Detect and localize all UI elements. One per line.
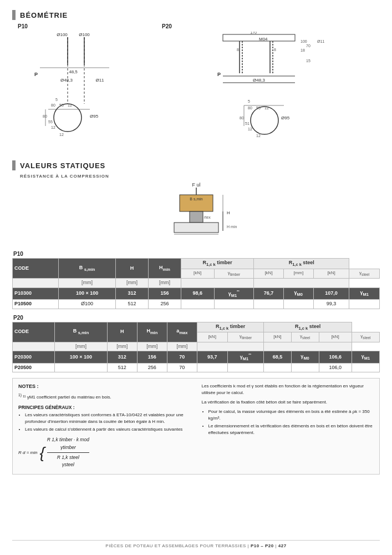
formula-brace: { <box>39 445 44 461</box>
notes-title: NOTES : <box>18 383 191 391</box>
td-ysteel0-p20500 <box>291 363 319 372</box>
p10-diagram-label: P10 <box>18 23 140 29</box>
td-code-p10500: P10500 <box>13 300 59 309</box>
th-ytimber: γtimber <box>214 269 254 278</box>
svg-text:5: 5 <box>55 98 58 102</box>
table-p10: CODE B s,min H Hmin R1,c k timber R1,c k… <box>12 258 380 309</box>
svg-text:Ø48,3: Ø48,3 <box>253 78 265 83</box>
p20-diagram: P20 170 100 70 18 M04 <box>162 23 334 155</box>
svg-text:80: 80 <box>51 103 55 107</box>
svg-text:12: 12 <box>59 133 64 137</box>
td-ytimber-p20300: γM1²¹ <box>227 351 264 364</box>
static-bar <box>12 160 16 170</box>
td-hmin-p20300: 156 <box>137 351 167 364</box>
td-bsmin-p20500 <box>55 363 108 372</box>
force-diagram: F ul B s,min H H min rtex <box>12 181 380 248</box>
svg-text:55: 55 <box>256 106 261 110</box>
th-p20-unit-s <box>264 342 352 351</box>
page: BÉOMÉTRIE P10 Ø100 Ø100 48,5 <box>0 0 392 555</box>
td-ysteel0-p20300: γM0 <box>291 351 319 364</box>
th-p20-unit-kn-timber: [kN] <box>197 332 227 342</box>
svg-text:H min: H min <box>227 225 237 229</box>
th-p20-ytimber: γtimber <box>227 332 264 342</box>
th-h: H <box>116 259 149 279</box>
svg-text:F ul: F ul <box>192 182 200 188</box>
svg-text:15: 15 <box>306 59 310 63</box>
table-row: P10500 Ø100 512 256 99,3 <box>13 300 380 309</box>
svg-text:8: 8 <box>274 48 276 52</box>
td-ytimber-p10500 <box>214 300 254 309</box>
th-unit-kn-steel2: [kN] <box>254 269 284 278</box>
notes-section: NOTES : 1) ¹¹ γM1 coefficient partiel du… <box>12 378 380 474</box>
td-r1ck-timber-p20500 <box>197 363 227 372</box>
geometry-diagrams: P10 Ø100 Ø100 48,5 Ø48,3 Ø11 <box>12 23 380 155</box>
static-subtitle: RÉSISTANCE À LA COMPRESSION <box>20 174 380 179</box>
svg-text:12: 12 <box>264 106 269 110</box>
svg-text:8: 8 <box>237 48 239 52</box>
td-r1ck-steel2-p20500 <box>264 363 291 372</box>
th-p20-amax: amax <box>167 322 197 342</box>
table-p20-label: P20 <box>13 315 380 321</box>
th-code: CODE <box>13 259 59 279</box>
svg-text:170: 170 <box>250 32 257 34</box>
svg-text:12: 12 <box>248 127 252 131</box>
td-hmin-p10500: 256 <box>149 300 181 309</box>
svg-text:80: 80 <box>240 116 244 120</box>
td-r1ck-steel-2-p10300: 76,7 <box>254 287 284 300</box>
td-r1ck-steel-kn-p10500: 99,3 <box>313 300 349 309</box>
td-r1ck-timber-p20300: 93,7 <box>197 351 227 364</box>
th-p20-h: H <box>107 322 137 342</box>
svg-text:12: 12 <box>68 103 72 107</box>
svg-point-11 <box>54 104 82 132</box>
th-p20-hmin: Hmin <box>137 322 167 342</box>
notes-cols: NOTES : 1) ¹¹ γM1 coefficient partiel du… <box>18 383 374 469</box>
td-ysteel-p10500 <box>349 300 380 309</box>
svg-text:P: P <box>217 72 221 77</box>
th-p20-r1ck-timber: R1,c k timber <box>197 322 263 332</box>
notes-right: Les coefficients k mod et γ sont établis… <box>202 383 374 469</box>
td-ytimber-p10300: γM1²¹ <box>214 287 254 300</box>
th-unit-bsmin: [mm] <box>58 278 115 287</box>
svg-text:55: 55 <box>48 120 53 124</box>
th-unit-hmin: [mm] <box>149 278 181 287</box>
th-p20-unit-code <box>13 342 55 351</box>
svg-rect-57 <box>190 211 203 223</box>
svg-text:80: 80 <box>43 114 47 118</box>
td-hmin-p20500: 256 <box>137 363 167 372</box>
td-ysteel0-p10500 <box>283 300 313 309</box>
svg-text:70: 70 <box>306 44 310 48</box>
th-p20-unit-kn-steel2: [kN] <box>319 332 352 342</box>
svg-text:12: 12 <box>51 125 55 129</box>
svg-text:48,5: 48,5 <box>69 69 78 74</box>
svg-text:Ø100: Ø100 <box>79 32 90 37</box>
notes-right-list: Pour le calcul, la masse volumique des é… <box>202 408 374 436</box>
table-row: P20300 100 × 100 312 156 70 93,7 γM1²¹ 6… <box>13 351 380 364</box>
formula-rd-label: R d = min <box>18 450 37 456</box>
th-ysteel: γsteel <box>349 269 380 278</box>
svg-text:Ø100: Ø100 <box>57 32 68 37</box>
td-r1ck-steel2-p20300: 68,5 <box>264 351 291 364</box>
td-r1ck-steel-2-p10500 <box>254 300 284 309</box>
notes-left: NOTES : 1) ¹¹ γM1 coefficient partiel du… <box>18 383 191 469</box>
svg-text:Ø11: Ø11 <box>317 39 324 43</box>
td-ytimber-p20500 <box>227 363 264 372</box>
table-row: P10300 100 × 100 312 156 98,6 γM1²¹ 76,7… <box>13 287 380 300</box>
force-svg: F ul B s,min H H min rtex <box>141 181 252 248</box>
footer-text: PIÈCES DE POTEAU ET ASSEMBLAGES POUR TER… <box>105 543 246 548</box>
principles-title: PRINCIPES GÉNÉRAUX : <box>18 404 191 411</box>
formula-block: R d = min { R 1,k timber · k mod γtimber… <box>18 436 191 469</box>
td-code-p20300: P20300 <box>13 351 55 364</box>
th-p20-unit-kn-steel1: [kN] <box>264 332 291 342</box>
formula-line-1: R 1,k timber · k mod γtimber <box>47 436 89 452</box>
th-p20-unit-bsmin: [mm] <box>55 342 108 351</box>
section-bar <box>12 10 16 20</box>
svg-text:12: 12 <box>256 134 261 138</box>
svg-rect-63 <box>174 223 218 233</box>
formula-lines: R 1,k timber · k mod γtimber R 1,k steel… <box>47 436 89 469</box>
th-unit-code <box>13 278 59 287</box>
static-section: VALEURS STATIQUES RÉSISTANCE À LA COMPRE… <box>12 160 380 248</box>
geometry-header: BÉOMÉTRIE <box>12 10 380 20</box>
th-p20-unit-h: [mm] <box>107 342 137 351</box>
td-amax-p20300: 70 <box>167 351 197 364</box>
th-p20-ysteel2: γsteel <box>352 332 379 342</box>
